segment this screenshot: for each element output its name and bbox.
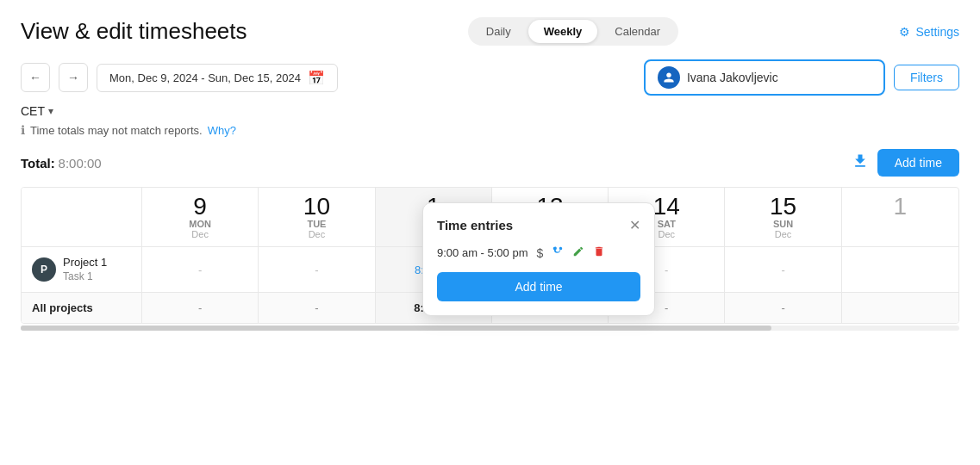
scrollbar-thumb: [21, 326, 771, 331]
task-name: Task 1: [63, 270, 107, 284]
header-extra: 1: [842, 188, 958, 246]
calendar-toggle[interactable]: Calendar: [599, 20, 676, 43]
day-number-10: 10: [267, 195, 365, 219]
calendar-icon: 📅: [308, 70, 325, 86]
total-row: Total: 8:00:00 Add time: [21, 149, 959, 177]
total-label: Total:: [21, 156, 55, 170]
day-month-sun: Dec: [733, 229, 832, 239]
settings-button[interactable]: ⚙ Settings: [899, 25, 959, 39]
date-range-text: Mon, Dec 9, 2024 - Sun, Dec 15, 2024: [109, 71, 301, 84]
footer-val-sun: -: [781, 301, 784, 314]
popup-title: Time entries: [437, 218, 513, 232]
cell-value-tue: -: [315, 264, 318, 276]
prev-week-button[interactable]: ←: [21, 63, 50, 92]
daily-toggle[interactable]: Daily: [471, 20, 527, 43]
left-arrow-icon: ←: [29, 71, 41, 84]
scrollbar-track[interactable]: [21, 326, 959, 331]
footer-cell-tue: -: [259, 293, 375, 323]
page-container: View & edit timesheets Daily Weekly Cale…: [0, 0, 980, 465]
footer-cell-sun: -: [725, 293, 841, 323]
fork-icon-button[interactable]: [550, 244, 565, 262]
delete-icon-button[interactable]: [591, 244, 607, 262]
footer-label: All projects: [22, 293, 142, 323]
footer-val-sat: -: [665, 301, 668, 314]
cell-value-sat: -: [665, 264, 668, 276]
view-toggle: Daily Weekly Calendar: [468, 17, 678, 46]
user-avatar: [658, 66, 680, 89]
project-name: Project 1: [63, 256, 107, 270]
popup-entry-row: 9:00 am - 5:00 pm $: [437, 244, 640, 262]
cell-value-mon: -: [198, 264, 202, 276]
download-button[interactable]: [852, 152, 869, 174]
day-month-mon: Dec: [151, 229, 249, 239]
edit-icon-button[interactable]: [571, 244, 586, 262]
billable-icon-button[interactable]: $: [535, 245, 546, 262]
popup-action-icons: $: [535, 244, 608, 262]
weekly-toggle[interactable]: Weekly: [528, 20, 598, 43]
footer-val-mon: -: [198, 301, 202, 314]
gear-icon: ⚙: [899, 25, 910, 39]
timezone-row: CET ▾: [21, 104, 959, 118]
popup-header: Time entries ✕: [437, 217, 640, 233]
right-arrow-icon: →: [67, 71, 79, 84]
user-selector[interactable]: Ivana Jakovljevic: [644, 59, 885, 96]
header-day-mon: 9 MON Dec: [142, 188, 259, 246]
footer-val-tue: -: [315, 301, 318, 314]
header-empty-cell: [22, 188, 142, 246]
total-actions: Add time: [852, 149, 959, 177]
day-name-sun: SUN: [733, 219, 832, 229]
data-cell-extra: [842, 247, 958, 292]
header-row: View & edit timesheets Daily Weekly Cale…: [21, 17, 959, 46]
data-cell-tue: -: [259, 247, 375, 292]
add-time-button[interactable]: Add time: [877, 149, 959, 177]
date-range-picker[interactable]: Mon, Dec 9, 2024 - Sun, Dec 15, 2024 📅: [97, 64, 338, 92]
popup-close-button[interactable]: ✕: [629, 217, 640, 233]
why-link[interactable]: Why?: [208, 124, 236, 137]
filters-button[interactable]: Filters: [894, 65, 959, 90]
total-value: 8:00:00: [59, 156, 102, 170]
info-message: Time totals may not match reports.: [30, 124, 203, 137]
popup-time-range: 9:00 am - 5:00 pm: [437, 246, 528, 259]
timezone-label: CET: [21, 104, 45, 118]
popup-add-time-button[interactable]: Add time: [437, 272, 640, 301]
time-entries-popup: Time entries ✕ 9:00 am - 5:00 pm $: [422, 202, 655, 316]
total-section: Total: 8:00:00: [21, 156, 102, 170]
info-row: ℹ Time totals may not match reports. Why…: [21, 123, 959, 137]
project-avatar: P: [32, 257, 56, 282]
next-week-button[interactable]: →: [59, 63, 88, 92]
day-name-tue: TUE: [267, 219, 365, 229]
cell-value-sun: -: [781, 264, 784, 276]
user-name-text: Ivana Jakovljevic: [687, 71, 778, 84]
data-cell-mon: -: [142, 247, 259, 292]
data-cell-sun: -: [725, 247, 841, 292]
footer-cell-mon: -: [142, 293, 259, 323]
chevron-down-icon[interactable]: ▾: [48, 105, 53, 117]
info-icon: ℹ: [21, 123, 25, 137]
day-month-tue: Dec: [267, 229, 365, 239]
day-number-partial: 1: [851, 195, 950, 219]
project-label-cell: P Project 1 Task 1: [22, 247, 142, 292]
header-day-tue: 10 TUE Dec: [259, 188, 375, 246]
page-title: View & edit timesheets: [21, 18, 247, 45]
day-number-9: 9: [151, 195, 249, 219]
day-name-mon: MON: [151, 219, 249, 229]
settings-label: Settings: [915, 25, 959, 39]
day-number-15: 15: [733, 195, 832, 219]
controls-row: ← → Mon, Dec 9, 2024 - Sun, Dec 15, 2024…: [21, 59, 959, 96]
header-day-sun: 15 SUN Dec: [725, 188, 841, 246]
project-info: Project 1 Task 1: [63, 256, 107, 283]
footer-cell-extra: [842, 293, 958, 323]
